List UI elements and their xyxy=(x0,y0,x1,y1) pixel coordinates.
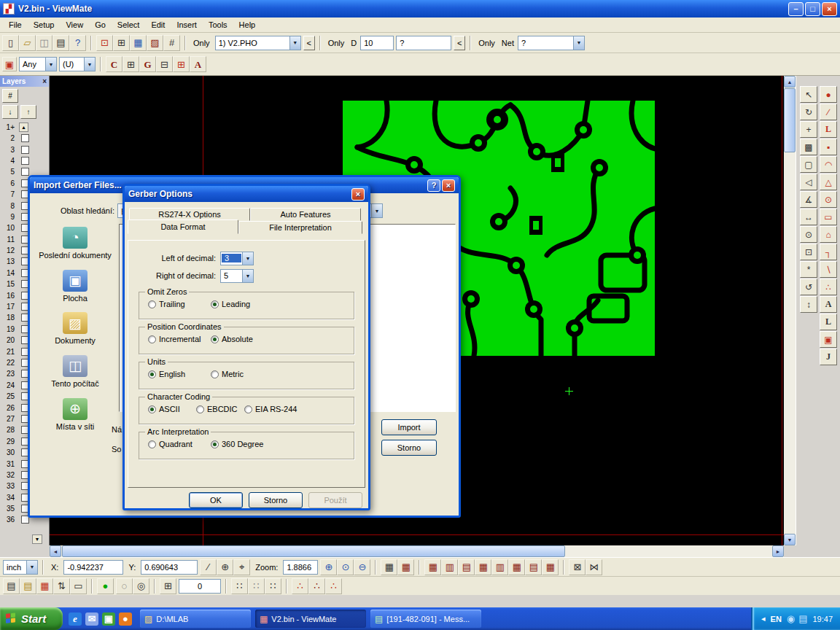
internet-explorer-icon[interactable]: e xyxy=(69,612,82,626)
right-of-decimal-combo[interactable]: 5 ▼ xyxy=(220,269,254,283)
film-stack-icon[interactable]: ▤ xyxy=(3,578,20,594)
chevron-down-icon[interactable]: ▼ xyxy=(242,270,253,282)
settings-tool-icon[interactable]: * xyxy=(800,261,817,278)
layer-visibility-checkbox[interactable] xyxy=(21,146,29,154)
outline-mode-icon[interactable]: ▢ xyxy=(800,156,817,173)
dcode-filter-icon[interactable]: ▥ xyxy=(491,559,508,575)
layer-move-up-button[interactable]: ↑ xyxy=(20,105,36,119)
minus-grid-icon[interactable]: ⊟ xyxy=(156,56,173,72)
messenger-tray-icon[interactable]: ◉ xyxy=(787,613,795,624)
probe-target-icon[interactable]: ◎ xyxy=(133,578,149,594)
zoom-in-icon[interactable]: ⊕ xyxy=(320,559,337,575)
film-swap-icon[interactable]: ⇅ xyxy=(53,578,70,594)
taskbar-window-button[interactable]: ▨ D:\MLAB xyxy=(140,610,251,628)
chevron-down-icon[interactable]: ▼ xyxy=(26,561,37,574)
draw-polygon-icon[interactable]: ⌂ xyxy=(820,226,837,243)
layer-visibility-checkbox[interactable] xyxy=(21,157,29,165)
layer-row[interactable]: 3 xyxy=(0,144,49,155)
prev-layer-button[interactable]: < xyxy=(303,36,315,50)
draw-j-icon[interactable]: J xyxy=(820,349,837,365)
language-indicator[interactable]: EN xyxy=(771,615,782,623)
rotate-tool-icon[interactable]: ∡ xyxy=(800,191,817,208)
import-button[interactable]: Import xyxy=(381,419,437,435)
radio-option[interactable]: Metric xyxy=(211,370,273,378)
net-grid-icon[interactable]: ⊠ xyxy=(569,559,586,575)
film-copy-icon[interactable]: ▭ xyxy=(70,578,87,594)
minimize-button[interactable]: – xyxy=(788,2,804,16)
ok-button[interactable]: OK xyxy=(189,492,243,508)
probe-lamp-icon[interactable]: ◌ xyxy=(116,578,133,594)
menu-item[interactable]: Setup xyxy=(28,18,61,31)
item-select-icon[interactable]: ⊞ xyxy=(113,35,130,51)
draw-corner-icon[interactable]: L xyxy=(820,121,837,138)
place-item[interactable]: ▣ Plocha xyxy=(36,270,114,303)
radio-option[interactable]: ASCII xyxy=(148,405,195,413)
layer-move-down-button[interactable]: ↓ xyxy=(2,105,18,119)
layer-row[interactable]: 4 xyxy=(0,155,49,166)
layer-visibility-checkbox[interactable] xyxy=(21,168,29,176)
dcode-filter-icon[interactable]: ▦ xyxy=(508,559,525,575)
c-rotate-icon[interactable]: C xyxy=(106,56,122,72)
draw-obround-icon[interactable]: ▭ xyxy=(820,209,837,225)
chevron-down-icon[interactable]: ▼ xyxy=(371,204,382,217)
dcode-table-icon[interactable]: ▦ xyxy=(381,559,397,575)
undo-tool-icon[interactable]: ↺ xyxy=(800,279,817,295)
aperture-grid-icon[interactable]: ▣ xyxy=(2,57,17,71)
scroll-right-arrow-icon[interactable]: ► xyxy=(772,545,784,557)
radio-option[interactable]: Leading xyxy=(211,300,273,308)
measure-line-icon[interactable]: ∕ xyxy=(200,559,217,575)
tab-data-format[interactable]: Data Format xyxy=(128,219,238,234)
close-button[interactable]: × xyxy=(351,188,365,201)
left-of-decimal-combo[interactable]: 3 ▼ xyxy=(220,252,254,265)
scroll-up-icon[interactable]: ▲ xyxy=(19,122,28,132)
aperture-unit-combo[interactable]: (U) ▼ xyxy=(59,57,96,71)
net-compare-icon[interactable]: ⋈ xyxy=(586,559,602,575)
radio-option[interactable]: Quadrant xyxy=(148,440,211,448)
clock[interactable]: 19:47 xyxy=(812,615,833,623)
grid-dots-fine-icon[interactable]: ∷ xyxy=(248,578,265,594)
prev-dcode-button[interactable]: < xyxy=(454,36,465,50)
radio-option[interactable]: EBCDIC xyxy=(196,405,243,413)
dcode-filter-icon[interactable]: ▥ xyxy=(441,559,458,575)
plus-grid-icon[interactable]: ⊞ xyxy=(173,56,190,72)
units-combo[interactable]: inch ▼ xyxy=(3,560,38,575)
aperture-shape-combo[interactable]: Any ▼ xyxy=(19,57,57,71)
highlight-select-icon[interactable]: ▨ xyxy=(147,35,163,51)
radio-option[interactable]: Trailing xyxy=(148,300,211,308)
scroll-left-arrow-icon[interactable]: ◄ xyxy=(50,545,61,557)
dcode-filter-icon[interactable]: ▦ xyxy=(542,559,559,575)
menu-item[interactable]: Tools xyxy=(203,18,233,31)
menu-item[interactable]: Edit xyxy=(145,18,171,31)
layers-panel-header[interactable]: Layers × xyxy=(0,76,49,87)
dcode-filter-icon[interactable]: ▤ xyxy=(458,559,475,575)
g-code-icon[interactable]: G xyxy=(139,56,156,72)
menu-item[interactable]: Go xyxy=(89,18,112,31)
taskbar-window-button[interactable]: ▤ [191-482-091] - Mess... xyxy=(370,610,481,628)
query-select-icon[interactable]: # xyxy=(163,35,180,51)
scroll-up-arrow-icon[interactable]: ▲ xyxy=(784,76,796,88)
gerber-options-titlebar[interactable]: Gerber Options × xyxy=(125,186,368,202)
pan-tool-icon[interactable]: + xyxy=(800,121,817,138)
film-color-icon[interactable]: ▤ xyxy=(20,578,36,594)
chevron-down-icon[interactable]: ▼ xyxy=(84,58,95,71)
close-icon[interactable]: × xyxy=(42,77,47,85)
vertical-scroll-thumb[interactable] xyxy=(784,88,796,152)
chevron-down-icon[interactable]: ▼ xyxy=(573,36,584,50)
scroll-down-icon[interactable]: ▼ xyxy=(32,534,42,544)
vertical-scrollbar[interactable]: ▲ ▼ xyxy=(784,76,796,545)
square-select-icon[interactable]: ⊡ xyxy=(800,244,817,260)
draw-dots-icon[interactable]: ∴ xyxy=(820,279,837,295)
swap-grid-icon[interactable]: ⊞ xyxy=(122,56,139,72)
place-item[interactable]: ◔ Poslední dokumenty xyxy=(36,227,114,260)
save-icon[interactable]: ◫ xyxy=(36,35,52,51)
film-red-icon[interactable]: ▦ xyxy=(36,578,53,594)
menu-item[interactable]: Select xyxy=(112,18,146,31)
pad-marker-icon[interactable]: ∴ xyxy=(292,578,308,594)
scroll-down-arrow-icon[interactable]: ▼ xyxy=(784,534,796,545)
maximize-button[interactable]: □ xyxy=(805,2,820,16)
place-item[interactable]: ◫ Tento počítač xyxy=(36,355,114,389)
radio-option[interactable]: EIA RS-244 xyxy=(244,405,297,413)
tray-chevron-icon[interactable]: ◂ xyxy=(761,614,766,623)
dcode-input[interactable]: 10 xyxy=(360,36,394,50)
dcode-query-field[interactable]: ? xyxy=(396,36,451,50)
